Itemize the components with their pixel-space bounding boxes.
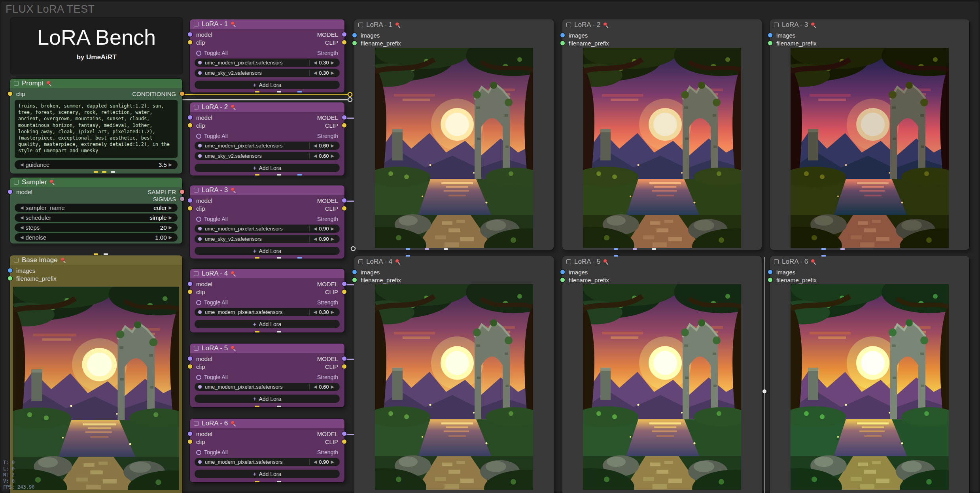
lora-strength-value[interactable]: 0.90	[319, 459, 329, 465]
toggle-all-label[interactable]: Toggle All	[204, 449, 228, 455]
model-input-port[interactable]	[188, 115, 192, 120]
increase-strength-icon[interactable]: ▶	[329, 71, 336, 75]
model-input-port[interactable]	[8, 190, 12, 194]
collapse-icon[interactable]	[774, 259, 779, 264]
model-output-port[interactable]	[342, 198, 346, 203]
increase-strength-icon[interactable]: ▶	[329, 60, 336, 65]
model-input-port[interactable]	[188, 432, 192, 436]
lora-strength-value[interactable]: 0.60	[319, 143, 329, 149]
increase-strength-icon[interactable]: ▶	[329, 385, 336, 389]
decrease-strength-icon[interactable]: ◀	[312, 154, 319, 158]
collapse-icon[interactable]	[194, 105, 199, 110]
lora-toggle-icon[interactable]	[198, 154, 202, 158]
lora-strength-value[interactable]: 0.30	[319, 70, 329, 76]
decrease-strength-icon[interactable]: ◀	[312, 60, 319, 65]
add-lora-button[interactable]: + Add Lora	[195, 247, 340, 255]
clip-output-port[interactable]	[342, 123, 346, 128]
lora-entry[interactable]: ume_sky_v2.safetensors ◀ 0.60 ▶	[195, 152, 340, 160]
lora-node-header[interactable]: LoRA - 6	[190, 419, 344, 428]
base-image-preview[interactable]	[13, 287, 179, 490]
lora-toggle-icon[interactable]	[198, 460, 202, 464]
images-input-port[interactable]	[352, 270, 357, 274]
filename-prefix-input-port[interactable]	[560, 278, 565, 282]
lora-entry[interactable]: ume_modern_pixelart.safetensors ◀ 0.90 ▶	[195, 458, 340, 466]
clip-input-port[interactable]	[188, 40, 192, 45]
lora-toggle-icon[interactable]	[198, 71, 202, 75]
increment-arrow-icon[interactable]: ▶	[167, 206, 174, 210]
model-input-port[interactable]	[188, 32, 192, 37]
lora-node-header[interactable]: LoRA - 3	[190, 185, 344, 195]
preview-node-header[interactable]: LoRA - 1	[354, 19, 554, 30]
increase-strength-icon[interactable]: ▶	[329, 154, 336, 158]
lora-toggle-icon[interactable]	[198, 61, 202, 64]
toggle-all-icon[interactable]	[196, 134, 201, 139]
collapse-icon[interactable]	[14, 81, 19, 86]
filename-prefix-input-port[interactable]	[8, 276, 12, 281]
model-output-port[interactable]	[342, 357, 346, 361]
lora-node-header[interactable]: LoRA - 1	[190, 19, 344, 29]
lora-entry[interactable]: ume_modern_pixelart.safetensors ◀ 0.30 ▶	[195, 308, 340, 316]
lora-entry[interactable]: ume_sky_v2.safetensors ◀ 0.30 ▶	[195, 69, 340, 77]
model-input-port[interactable]	[188, 282, 192, 286]
increase-strength-icon[interactable]: ▶	[329, 227, 336, 231]
conditioning-output-port[interactable]	[180, 92, 184, 96]
scheduler-widget[interactable]: ◀ scheduler simple ▶	[15, 213, 178, 222]
lora-toggle-icon[interactable]	[198, 227, 202, 230]
decrement-arrow-icon[interactable]: ◀	[18, 162, 25, 167]
generated-image-preview[interactable]	[791, 48, 949, 248]
lora-strength-value[interactable]: 0.60	[319, 153, 329, 159]
collapse-icon[interactable]	[774, 23, 779, 27]
base-image-node-header[interactable]: Base Image	[10, 255, 182, 265]
increase-strength-icon[interactable]: ▶	[329, 144, 336, 148]
model-input-port[interactable]	[188, 198, 192, 203]
collapse-icon[interactable]	[194, 188, 199, 193]
clip-output-port[interactable]	[342, 365, 346, 369]
sampler-output-port[interactable]	[180, 190, 184, 194]
images-input-port[interactable]	[560, 270, 565, 274]
decrease-strength-icon[interactable]: ◀	[312, 71, 319, 75]
increase-strength-icon[interactable]: ▶	[329, 237, 336, 241]
guidance-value[interactable]: 3.5	[159, 161, 167, 168]
filename-prefix-input-port[interactable]	[352, 41, 357, 45]
collapse-icon[interactable]	[194, 421, 199, 426]
guidance-widget[interactable]: ◀ guidance 3.5 ▶	[15, 160, 178, 169]
collapse-icon[interactable]	[194, 22, 199, 26]
filename-prefix-input-port[interactable]	[560, 41, 565, 45]
collapse-icon[interactable]	[194, 346, 199, 351]
lora-toggle-icon[interactable]	[198, 144, 202, 147]
widget-value[interactable]: 1.00	[155, 234, 166, 241]
widget-value[interactable]: simple	[149, 214, 166, 221]
collapse-icon[interactable]	[566, 23, 571, 27]
denoise-widget[interactable]: ◀ denoise 1.00 ▶	[15, 233, 178, 242]
toggle-all-label[interactable]: Toggle All	[204, 50, 228, 56]
lora-toggle-icon[interactable]	[198, 237, 202, 241]
clip-input-port[interactable]	[188, 365, 192, 369]
increment-arrow-icon[interactable]: ▶	[167, 162, 174, 167]
sampler-name-widget[interactable]: ◀ sampler_name euler ▶	[15, 204, 178, 212]
toggle-all-icon[interactable]	[196, 51, 201, 56]
filename-prefix-input-port[interactable]	[768, 278, 772, 282]
decrement-arrow-icon[interactable]: ◀	[18, 235, 25, 240]
widget-value[interactable]: 20	[160, 224, 167, 231]
steps-widget[interactable]: ◀ steps 20 ▶	[15, 223, 178, 232]
toggle-all-icon[interactable]	[196, 300, 201, 305]
increment-arrow-icon[interactable]: ▶	[167, 225, 174, 230]
filename-prefix-input-port[interactable]	[768, 41, 772, 45]
generated-image-preview[interactable]	[375, 284, 533, 490]
widget-value[interactable]: euler	[153, 204, 166, 211]
add-lora-button[interactable]: + Add Lora	[195, 320, 340, 328]
clip-output-port[interactable]	[342, 206, 346, 211]
sigmas-output-port[interactable]	[180, 197, 184, 201]
generated-image-preview[interactable]	[583, 48, 741, 248]
preview-node-header[interactable]: LoRA - 3	[770, 19, 969, 30]
preview-node-header[interactable]: LoRA - 2	[562, 19, 762, 30]
increment-arrow-icon[interactable]: ▶	[167, 235, 174, 240]
clip-input-port[interactable]	[188, 123, 192, 128]
lora-node-header[interactable]: LoRA - 2	[190, 102, 344, 112]
images-input-port[interactable]	[8, 268, 12, 273]
clip-output-port[interactable]	[342, 290, 346, 294]
filename-prefix-input-port[interactable]	[352, 278, 357, 282]
lora-toggle-icon[interactable]	[198, 310, 202, 314]
lora-entry[interactable]: ume_modern_pixelart.safetensors ◀ 0.90 ▶	[195, 225, 340, 233]
decrement-arrow-icon[interactable]: ◀	[18, 225, 25, 230]
